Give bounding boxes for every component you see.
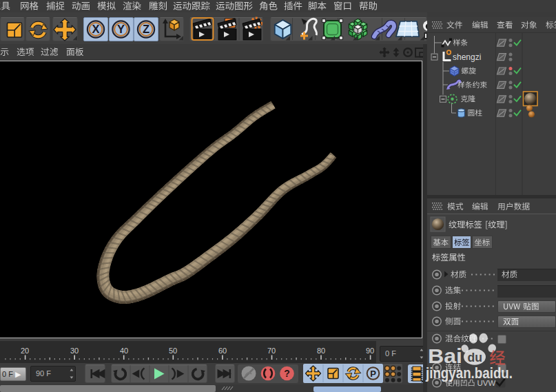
svg-text:jingyan.baidu.: jingyan.baidu. xyxy=(425,364,513,382)
svg-text:du: du xyxy=(468,350,483,364)
